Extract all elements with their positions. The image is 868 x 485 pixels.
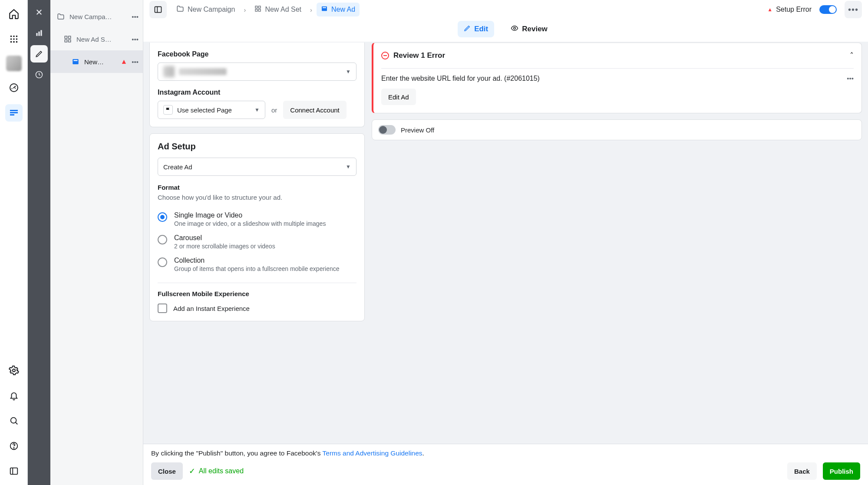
crumb-adset[interactable]: New Ad Set xyxy=(250,3,306,16)
side-pane: Review 1 Error ˄ Enter the website URL f… xyxy=(372,42,862,444)
crumb-campaign[interactable]: New Campaign xyxy=(172,2,239,17)
avatar[interactable] xyxy=(6,56,22,71)
tab-review[interactable]: Review xyxy=(505,21,554,37)
svg-rect-10 xyxy=(10,110,18,111)
svg-point-35 xyxy=(514,27,516,30)
home-icon[interactable] xyxy=(5,5,23,23)
speedometer-icon[interactable] xyxy=(5,79,23,96)
terms-link[interactable]: Terms and Advertising Guidelines xyxy=(323,449,422,457)
svg-rect-12 xyxy=(10,114,14,115)
edit-review-tabs: Edit Review xyxy=(143,19,868,42)
setup-error-label: Setup Error xyxy=(776,6,812,13)
option-desc: 2 or more scrollable images or videos xyxy=(174,243,275,250)
apps-icon[interactable] xyxy=(5,30,23,48)
identity-card: Facebook Page ▼ Instagram Account Use se… xyxy=(149,43,365,127)
svg-rect-11 xyxy=(10,112,18,113)
fb-page-select[interactable]: ▼ xyxy=(158,63,356,81)
panel-toggle-icon[interactable] xyxy=(149,1,167,18)
collapse-icon[interactable] xyxy=(5,462,23,480)
save-status-label: All edits saved xyxy=(199,467,244,475)
more-icon[interactable]: ••• xyxy=(132,58,139,66)
eye-icon xyxy=(511,24,518,34)
tree-campaign[interactable]: New Campa… ••• xyxy=(50,5,143,28)
close-button[interactable]: Close xyxy=(151,462,183,480)
svg-point-13 xyxy=(13,369,15,372)
close-icon[interactable] xyxy=(30,3,48,21)
more-icon[interactable]: ••• xyxy=(847,75,854,82)
edit-icon[interactable] xyxy=(30,45,48,63)
svg-point-6 xyxy=(10,41,12,43)
tab-edit[interactable]: Edit xyxy=(458,21,494,37)
notifications-icon[interactable] xyxy=(5,387,23,404)
ad-icon xyxy=(321,5,328,14)
grid-icon xyxy=(254,5,261,14)
ad-setup-card: Ad Setup Create Ad ▼ Format Choose how y… xyxy=(149,133,365,321)
grid-icon xyxy=(63,35,72,43)
check-icon: ✓ xyxy=(189,466,195,476)
svg-rect-22 xyxy=(65,36,67,38)
instant-experience-label: Add an Instant Experience xyxy=(173,305,250,312)
form-pane: Facebook Page ▼ Instagram Account Use se… xyxy=(149,42,365,444)
page-thumbnail xyxy=(163,66,175,77)
publish-disclaimer: By clicking the "Publish" button, you ag… xyxy=(151,449,860,457)
crumb-label: New Ad xyxy=(331,6,355,13)
ads-manager-icon[interactable] xyxy=(5,104,23,122)
svg-point-1 xyxy=(13,36,15,37)
ad-setup-title: Ad Setup xyxy=(158,142,356,152)
format-option-collection[interactable]: Collection Group of items that opens int… xyxy=(158,253,356,276)
preview-toggle[interactable] xyxy=(378,125,396,135)
search-icon[interactable] xyxy=(5,412,23,429)
svg-point-16 xyxy=(13,448,14,448)
help-icon[interactable] xyxy=(5,437,23,455)
svg-point-8 xyxy=(16,41,17,43)
settings-icon[interactable] xyxy=(5,362,23,379)
tree-ad[interactable]: New… ▲ ••• xyxy=(50,50,143,73)
publish-button[interactable]: Publish xyxy=(823,462,860,480)
instant-experience-checkbox[interactable] xyxy=(158,304,167,313)
edit-ad-button[interactable]: Edit Ad xyxy=(381,89,416,105)
tree-adset[interactable]: New Ad S… ••• xyxy=(50,28,143,50)
ad-setup-mode-select[interactable]: Create Ad ▼ xyxy=(158,158,356,176)
tab-label: Review xyxy=(522,25,548,33)
svg-rect-17 xyxy=(10,468,17,475)
option-desc: One image or video, or a slideshow with … xyxy=(174,220,326,227)
structure-tree: New Campa… ••• New Ad S… ••• New… ▲ ••• xyxy=(50,0,143,485)
editor-mini-rail xyxy=(28,0,50,485)
svg-rect-20 xyxy=(40,30,42,36)
chevron-right-icon: › xyxy=(244,6,246,13)
ig-select-value: Use selected Page xyxy=(177,106,232,114)
connect-account-button[interactable]: Connect Account xyxy=(283,101,346,119)
warning-icon: ▲ xyxy=(120,58,127,66)
svg-rect-33 xyxy=(322,7,327,11)
svg-rect-26 xyxy=(73,59,79,64)
svg-rect-27 xyxy=(74,60,78,61)
radio-icon xyxy=(158,212,167,222)
more-menu-icon[interactable]: ••• xyxy=(845,1,862,18)
breadcrumb: New Campaign › New Ad Set › New Ad xyxy=(172,2,765,17)
editor-body: Facebook Page ▼ Instagram Account Use se… xyxy=(143,42,868,444)
more-icon[interactable]: ••• xyxy=(132,36,139,43)
chevron-up-icon[interactable]: ˄ xyxy=(850,51,854,60)
chart-icon[interactable] xyxy=(30,24,48,42)
more-icon[interactable]: ••• xyxy=(132,13,139,20)
error-triangle-icon: ▲ xyxy=(767,7,772,13)
svg-rect-30 xyxy=(259,6,261,8)
ig-account-select[interactable]: Use selected Page ▼ xyxy=(158,101,265,119)
back-button[interactable]: Back xyxy=(787,462,817,480)
svg-point-7 xyxy=(13,41,15,43)
preview-toggle-row: Preview Off xyxy=(372,119,862,140)
crumb-ad[interactable]: New Ad xyxy=(317,3,360,16)
format-option-carousel[interactable]: Carousel 2 or more scrollable images or … xyxy=(158,231,356,253)
format-help: Choose how you'd like to structure your … xyxy=(158,194,356,201)
format-option-single[interactable]: Single Image or Video One image or video… xyxy=(158,208,356,231)
page-name-redacted xyxy=(179,68,227,75)
setup-error-badge: ▲ Setup Error xyxy=(767,6,812,13)
svg-rect-31 xyxy=(255,9,257,11)
svg-rect-25 xyxy=(69,40,71,42)
tree-item-label: New Ad S… xyxy=(76,36,127,43)
save-status: ✓ All edits saved xyxy=(189,466,244,476)
history-icon[interactable] xyxy=(30,66,48,83)
ig-account-label: Instagram Account xyxy=(158,89,356,96)
folder-icon xyxy=(56,12,65,21)
header-toggle[interactable] xyxy=(819,5,837,14)
